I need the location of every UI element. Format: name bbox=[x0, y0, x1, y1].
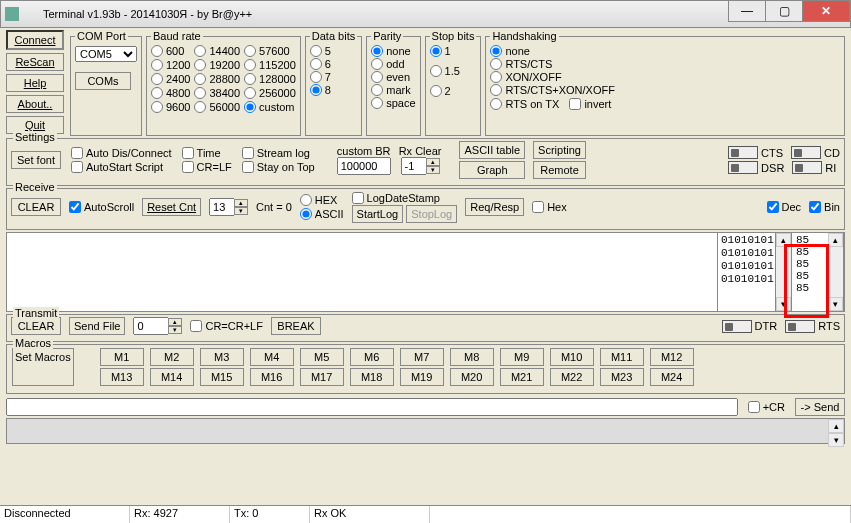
sendfile-button[interactable]: Send File bbox=[69, 317, 125, 335]
macro-m11[interactable]: M11 bbox=[600, 348, 644, 366]
macro-m4[interactable]: M4 bbox=[250, 348, 294, 366]
macro-m6[interactable]: M6 bbox=[350, 348, 394, 366]
baud-600[interactable] bbox=[151, 45, 163, 57]
dtr-led[interactable] bbox=[722, 320, 752, 333]
stopbits-2[interactable] bbox=[430, 85, 442, 97]
macro-m5[interactable]: M5 bbox=[300, 348, 344, 366]
stopbits-1[interactable] bbox=[430, 45, 442, 57]
macro-m13[interactable]: M13 bbox=[100, 368, 144, 386]
autoscroll-check[interactable] bbox=[69, 201, 81, 213]
bin-check[interactable] bbox=[809, 201, 821, 213]
maximize-button[interactable]: ▢ bbox=[765, 0, 803, 22]
spin-down[interactable]: ▾ bbox=[426, 166, 440, 174]
macro-m2[interactable]: M2 bbox=[150, 348, 194, 366]
cr-check[interactable] bbox=[748, 401, 760, 413]
parity-none[interactable] bbox=[371, 45, 383, 57]
baud-38400[interactable] bbox=[194, 87, 206, 99]
receive-main[interactable] bbox=[7, 233, 718, 311]
crcrlf-check[interactable] bbox=[190, 320, 202, 332]
hs-rtsontx[interactable] bbox=[490, 98, 502, 110]
baud-19200[interactable] bbox=[194, 59, 206, 71]
macro-m12[interactable]: M12 bbox=[650, 348, 694, 366]
baud-2400[interactable] bbox=[151, 73, 163, 85]
dec-check[interactable] bbox=[767, 201, 779, 213]
macro-m1[interactable]: M1 bbox=[100, 348, 144, 366]
setfont-button[interactable]: Set font bbox=[11, 151, 61, 169]
autostart-check[interactable] bbox=[71, 161, 83, 173]
time-check[interactable] bbox=[182, 147, 194, 159]
parity-space[interactable] bbox=[371, 97, 383, 109]
baud-28800[interactable] bbox=[194, 73, 206, 85]
macro-m24[interactable]: M24 bbox=[650, 368, 694, 386]
custombr-input[interactable] bbox=[337, 157, 391, 175]
crlf-check[interactable] bbox=[182, 161, 194, 173]
resetcnt-button[interactable]: Reset Cnt bbox=[142, 198, 201, 216]
startlog-button[interactable]: StartLog bbox=[352, 205, 404, 223]
cnt-spin[interactable] bbox=[209, 198, 235, 216]
databits-5[interactable] bbox=[310, 45, 322, 57]
setmacros-button[interactable]: Set Macros bbox=[12, 348, 74, 386]
invert-check[interactable] bbox=[569, 98, 581, 110]
baud-14400[interactable] bbox=[194, 45, 206, 57]
ascii-button[interactable]: ASCII table bbox=[459, 141, 525, 159]
parity-mark[interactable] bbox=[371, 84, 383, 96]
hs-xonxoff[interactable] bbox=[490, 71, 502, 83]
macro-m3[interactable]: M3 bbox=[200, 348, 244, 366]
streamlog-check[interactable] bbox=[242, 147, 254, 159]
rxclear-input[interactable] bbox=[401, 157, 427, 175]
databits-7[interactable] bbox=[310, 71, 322, 83]
reqresp-button[interactable]: Req/Resp bbox=[465, 198, 524, 216]
tx-spin[interactable] bbox=[133, 317, 169, 335]
macro-m15[interactable]: M15 bbox=[200, 368, 244, 386]
macro-m9[interactable]: M9 bbox=[500, 348, 544, 366]
coms-button[interactable]: COMs bbox=[75, 72, 131, 90]
macro-m19[interactable]: M19 bbox=[400, 368, 444, 386]
dec-scroll[interactable]: ▴▾ bbox=[828, 233, 844, 311]
bin-scroll[interactable]: ▴▾ bbox=[776, 233, 792, 311]
macro-m14[interactable]: M14 bbox=[150, 368, 194, 386]
send-input[interactable] bbox=[6, 398, 738, 416]
lower-panel[interactable]: ▴▾ bbox=[6, 418, 845, 444]
autodis-check[interactable] bbox=[71, 147, 83, 159]
stoplog-button[interactable]: StopLog bbox=[406, 205, 457, 223]
macro-m10[interactable]: M10 bbox=[550, 348, 594, 366]
parity-even[interactable] bbox=[371, 71, 383, 83]
send-button[interactable]: -> Send bbox=[795, 398, 845, 416]
macro-m20[interactable]: M20 bbox=[450, 368, 494, 386]
baud-56000[interactable] bbox=[194, 101, 206, 113]
databits-8[interactable] bbox=[310, 84, 322, 96]
spin-up[interactable]: ▴ bbox=[426, 158, 440, 166]
stayontop-check[interactable] bbox=[242, 161, 254, 173]
rescan-button[interactable]: ReScan bbox=[6, 53, 64, 71]
graph-button[interactable]: Graph bbox=[459, 161, 525, 179]
baud-128000[interactable] bbox=[244, 73, 256, 85]
connect-button[interactable]: Connect bbox=[6, 30, 64, 50]
hs-rtscts[interactable] bbox=[490, 58, 502, 70]
minimize-button[interactable]: — bbox=[728, 0, 766, 22]
baud-custom[interactable] bbox=[244, 101, 256, 113]
hs-rtscts-xonxoff[interactable] bbox=[490, 84, 502, 96]
baud-256000[interactable] bbox=[244, 87, 256, 99]
macro-m21[interactable]: M21 bbox=[500, 368, 544, 386]
comport-select[interactable]: COM5 bbox=[75, 46, 137, 62]
baud-115200[interactable] bbox=[244, 59, 256, 71]
baud-9600[interactable] bbox=[151, 101, 163, 113]
rx-hex[interactable] bbox=[300, 194, 312, 206]
macro-m17[interactable]: M17 bbox=[300, 368, 344, 386]
about-button[interactable]: About.. bbox=[6, 95, 64, 113]
databits-6[interactable] bbox=[310, 58, 322, 70]
macro-m7[interactable]: M7 bbox=[400, 348, 444, 366]
parity-odd[interactable] bbox=[371, 58, 383, 70]
hs-none[interactable] bbox=[490, 45, 502, 57]
macro-m16[interactable]: M16 bbox=[250, 368, 294, 386]
tx-clear-button[interactable]: CLEAR bbox=[11, 317, 61, 335]
close-button[interactable]: ✕ bbox=[802, 0, 850, 22]
break-button[interactable]: BREAK bbox=[271, 317, 321, 335]
logdate-check[interactable] bbox=[352, 192, 364, 204]
baud-57600[interactable] bbox=[244, 45, 256, 57]
macro-m23[interactable]: M23 bbox=[600, 368, 644, 386]
remote-button[interactable]: Remote bbox=[533, 161, 586, 179]
macro-m18[interactable]: M18 bbox=[350, 368, 394, 386]
hex2-check[interactable] bbox=[532, 201, 544, 213]
rx-clear-button[interactable]: CLEAR bbox=[11, 198, 61, 216]
